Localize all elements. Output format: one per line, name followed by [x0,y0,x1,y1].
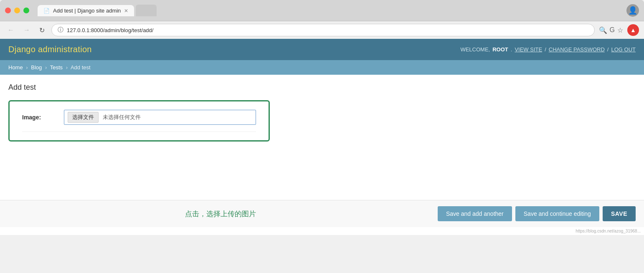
welcome-prefix: WELCOME, [460,46,490,53]
choose-file-button[interactable]: 选择文件 [68,112,99,123]
image-field-row: Image: 选择文件 未选择任何文件 [22,110,256,132]
reload-button[interactable]: ↻ [37,25,47,35]
notification-icon[interactable]: ▲ [627,24,639,36]
form-section: Image: 选择文件 未选择任何文件 [8,100,270,142]
breadcrumb-sep-1: › [26,64,28,71]
tab-bar: 📄 Add test | Django site admin ✕ [38,5,623,16]
breadcrumb-blog[interactable]: Blog [31,64,42,71]
file-input-wrapper: 选择文件 未选择任何文件 [64,110,256,125]
translate-icon[interactable]: G [610,26,615,34]
new-tab-area[interactable] [136,5,157,16]
active-tab[interactable]: 📄 Add test | Django site admin ✕ [38,5,134,16]
admin-title: Django administration [8,45,92,54]
address-bar: ← → ↻ ⓘ 127.0.0.1:8000/admin/blog/test/a… [0,21,644,39]
back-button[interactable]: ← [5,25,17,35]
breadcrumb-home[interactable]: Home [8,64,23,71]
change-password-link[interactable]: CHANGE PASSWORD [549,46,605,53]
nav-separator-2: / [607,46,609,53]
page-heading: Add test [8,83,636,92]
main-content: Add test Image: 选择文件 未选择任何文件 [0,75,644,200]
breadcrumb-tests[interactable]: Tests [50,64,63,71]
nav-separator-1: / [545,46,546,53]
watermark: https://blog.csdn.net/azog_31968... [0,227,644,235]
profile-icon[interactable]: 👤 [626,4,639,17]
info-icon: ⓘ [58,26,63,34]
browser-window: 📄 Add test | Django site admin ✕ 👤 ← → ↻… [0,0,644,235]
action-bar: 点击，选择上传的图片 Save and add another Save and… [0,200,644,227]
admin-header: Django administration WELCOME, ROOT. VIE… [0,39,644,60]
breadcrumb-sep-2: › [45,64,47,71]
admin-user-info: WELCOME, ROOT. VIEW SITE / CHANGE PASSWO… [460,46,636,53]
breadcrumb-sep-3: › [66,64,68,71]
search-icon[interactable]: 🔍 [599,26,607,34]
breadcrumb: Home › Blog › Tests › Add test [0,60,644,75]
save-button[interactable]: SAVE [603,206,636,221]
log-out-link[interactable]: LOG OUT [611,46,636,53]
tab-page-icon: 📄 [43,8,50,14]
address-actions: 🔍 G ☆ [599,26,623,34]
image-field-label: Image: [22,114,56,121]
file-name-display: 未选择任何文件 [103,114,141,121]
hint-text: 点击，选择上传的图片 [8,209,433,219]
breadcrumb-current: Add test [71,64,91,71]
django-admin-app: Django administration WELCOME, ROOT. VIE… [0,39,644,235]
maximize-button[interactable] [23,8,29,13]
close-button[interactable] [5,8,11,13]
view-site-link[interactable]: VIEW SITE [515,46,542,53]
tab-close-icon[interactable]: ✕ [124,8,128,14]
address-input[interactable]: ⓘ 127.0.0.1:8000/admin/blog/test/add/ [51,24,595,36]
action-buttons: Save and add another Save and continue e… [438,206,636,221]
traffic-lights [5,8,29,13]
profile-avatar-icon: 👤 [628,6,637,15]
forward-button[interactable]: → [21,25,33,35]
address-text: 127.0.0.1:8000/admin/blog/test/add/ [67,27,588,33]
save-continue-editing-button[interactable]: Save and continue editing [515,206,599,221]
browser-titlebar: 📄 Add test | Django site admin ✕ 👤 [0,0,644,21]
bookmark-icon[interactable]: ☆ [617,26,623,34]
minimize-button[interactable] [14,8,20,13]
welcome-user: ROOT [492,46,508,53]
tab-title: Add test | Django site admin [53,8,121,14]
notification-symbol: ▲ [630,27,636,33]
save-add-another-button[interactable]: Save and add another [438,206,512,221]
